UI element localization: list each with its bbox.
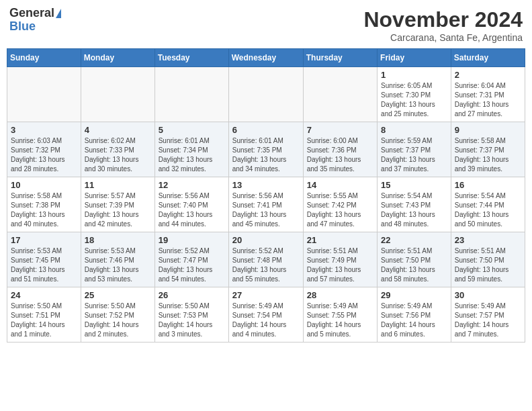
- day-info: Sunrise: 5:56 AM Sunset: 7:41 PM Dayligh…: [232, 191, 300, 229]
- calendar-week-row: 17Sunrise: 5:53 AM Sunset: 7:45 PM Dayli…: [7, 232, 525, 287]
- day-info: Sunrise: 5:54 AM Sunset: 7:44 PM Dayligh…: [455, 191, 521, 229]
- day-info: Sunrise: 5:53 AM Sunset: 7:46 PM Dayligh…: [85, 246, 151, 284]
- calendar-day-cell: [7, 67, 81, 122]
- calendar-day-cell: 23Sunrise: 5:51 AM Sunset: 7:50 PM Dayli…: [451, 232, 525, 287]
- day-number: 6: [232, 125, 300, 135]
- day-info: Sunrise: 5:58 AM Sunset: 7:37 PM Dayligh…: [455, 136, 521, 174]
- page-header: General Blue November 2024 Carcarana, Sa…: [7, 7, 525, 43]
- location: Carcarana, Santa Fe, Argentina: [363, 32, 523, 43]
- day-number: 15: [381, 180, 447, 190]
- day-number: 8: [381, 125, 447, 135]
- calendar-day-cell: 13Sunrise: 5:56 AM Sunset: 7:41 PM Dayli…: [228, 177, 303, 232]
- day-info: Sunrise: 5:54 AM Sunset: 7:43 PM Dayligh…: [381, 191, 447, 229]
- calendar-day-cell: 14Sunrise: 5:55 AM Sunset: 7:42 PM Dayli…: [303, 177, 377, 232]
- day-number: 19: [159, 235, 225, 245]
- calendar-day-cell: 20Sunrise: 5:52 AM Sunset: 7:48 PM Dayli…: [228, 232, 303, 287]
- calendar-day-cell: 4Sunrise: 6:02 AM Sunset: 7:33 PM Daylig…: [81, 122, 154, 177]
- calendar-day-cell: 10Sunrise: 5:58 AM Sunset: 7:38 PM Dayli…: [7, 177, 81, 232]
- calendar-day-cell: 5Sunrise: 6:01 AM Sunset: 7:34 PM Daylig…: [154, 122, 228, 177]
- day-info: Sunrise: 5:59 AM Sunset: 7:37 PM Dayligh…: [381, 136, 447, 174]
- logo: General Blue: [9, 7, 61, 34]
- day-info: Sunrise: 5:51 AM Sunset: 7:49 PM Dayligh…: [307, 246, 373, 284]
- calendar-day-cell: 7Sunrise: 6:00 AM Sunset: 7:36 PM Daylig…: [303, 122, 377, 177]
- day-info: Sunrise: 6:01 AM Sunset: 7:34 PM Dayligh…: [159, 136, 225, 174]
- calendar-day-cell: 28Sunrise: 5:49 AM Sunset: 7:55 PM Dayli…: [303, 287, 377, 342]
- calendar-day-cell: 27Sunrise: 5:49 AM Sunset: 7:54 PM Dayli…: [228, 287, 303, 342]
- title-section: November 2024 Carcarana, Santa Fe, Argen…: [363, 7, 523, 43]
- day-number: 17: [11, 235, 77, 245]
- day-number: 10: [11, 180, 77, 190]
- calendar-week-row: 10Sunrise: 5:58 AM Sunset: 7:38 PM Dayli…: [7, 177, 525, 232]
- day-number: 1: [381, 70, 447, 80]
- calendar-day-cell: 12Sunrise: 5:56 AM Sunset: 7:40 PM Dayli…: [154, 177, 228, 232]
- calendar-day-cell: 22Sunrise: 5:51 AM Sunset: 7:50 PM Dayli…: [378, 232, 451, 287]
- day-number: 18: [85, 235, 151, 245]
- calendar-header-friday: Friday: [378, 49, 451, 67]
- calendar-day-cell: 25Sunrise: 5:50 AM Sunset: 7:52 PM Dayli…: [81, 287, 154, 342]
- calendar-header-row: SundayMondayTuesdayWednesdayThursdayFrid…: [7, 49, 525, 67]
- calendar-day-cell: 1Sunrise: 6:05 AM Sunset: 7:30 PM Daylig…: [378, 67, 451, 122]
- day-number: 25: [85, 290, 151, 300]
- calendar-header-sunday: Sunday: [7, 49, 81, 67]
- calendar-day-cell: 17Sunrise: 5:53 AM Sunset: 7:45 PM Dayli…: [7, 232, 81, 287]
- day-number: 23: [455, 235, 521, 245]
- calendar-day-cell: 24Sunrise: 5:50 AM Sunset: 7:51 PM Dayli…: [7, 287, 81, 342]
- day-info: Sunrise: 5:50 AM Sunset: 7:53 PM Dayligh…: [159, 302, 225, 339]
- calendar-week-row: 1Sunrise: 6:05 AM Sunset: 7:30 PM Daylig…: [7, 67, 525, 122]
- day-number: 26: [159, 290, 225, 300]
- calendar-day-cell: 6Sunrise: 6:01 AM Sunset: 7:35 PM Daylig…: [228, 122, 303, 177]
- logo-triangle-icon: [56, 9, 61, 18]
- day-info: Sunrise: 5:50 AM Sunset: 7:51 PM Dayligh…: [11, 302, 77, 339]
- logo-blue-text: Blue: [9, 20, 36, 34]
- day-info: Sunrise: 6:03 AM Sunset: 7:32 PM Dayligh…: [11, 136, 77, 174]
- calendar-day-cell: [154, 67, 228, 122]
- calendar-header-saturday: Saturday: [451, 49, 525, 67]
- day-info: Sunrise: 5:58 AM Sunset: 7:38 PM Dayligh…: [11, 191, 77, 229]
- calendar-day-cell: [303, 67, 377, 122]
- logo-general-text: General: [9, 7, 54, 20]
- calendar-day-cell: 30Sunrise: 5:49 AM Sunset: 7:57 PM Dayli…: [451, 287, 525, 342]
- day-number: 27: [232, 290, 300, 300]
- day-number: 28: [307, 290, 373, 300]
- calendar-day-cell: 11Sunrise: 5:57 AM Sunset: 7:39 PM Dayli…: [81, 177, 154, 232]
- day-number: 21: [307, 235, 373, 245]
- day-info: Sunrise: 6:00 AM Sunset: 7:36 PM Dayligh…: [307, 136, 373, 174]
- day-info: Sunrise: 5:49 AM Sunset: 7:57 PM Dayligh…: [455, 302, 521, 339]
- day-number: 24: [11, 290, 77, 300]
- calendar-day-cell: 15Sunrise: 5:54 AM Sunset: 7:43 PM Dayli…: [378, 177, 451, 232]
- day-info: Sunrise: 6:05 AM Sunset: 7:30 PM Dayligh…: [381, 81, 447, 119]
- day-info: Sunrise: 5:50 AM Sunset: 7:52 PM Dayligh…: [85, 302, 151, 339]
- calendar-week-row: 3Sunrise: 6:03 AM Sunset: 7:32 PM Daylig…: [7, 122, 525, 177]
- day-info: Sunrise: 5:53 AM Sunset: 7:45 PM Dayligh…: [11, 246, 77, 284]
- calendar-day-cell: 26Sunrise: 5:50 AM Sunset: 7:53 PM Dayli…: [154, 287, 228, 342]
- day-number: 12: [159, 180, 225, 190]
- calendar-day-cell: 8Sunrise: 5:59 AM Sunset: 7:37 PM Daylig…: [378, 122, 451, 177]
- calendar-day-cell: 18Sunrise: 5:53 AM Sunset: 7:46 PM Dayli…: [81, 232, 154, 287]
- calendar-header-wednesday: Wednesday: [228, 49, 303, 67]
- calendar-header-monday: Monday: [81, 49, 154, 67]
- day-info: Sunrise: 5:55 AM Sunset: 7:42 PM Dayligh…: [307, 191, 373, 229]
- day-number: 5: [159, 125, 225, 135]
- day-info: Sunrise: 5:52 AM Sunset: 7:48 PM Dayligh…: [232, 246, 300, 284]
- day-number: 16: [455, 180, 521, 190]
- day-number: 29: [381, 290, 447, 300]
- day-info: Sunrise: 5:49 AM Sunset: 7:54 PM Dayligh…: [232, 302, 300, 339]
- calendar-day-cell: 19Sunrise: 5:52 AM Sunset: 7:47 PM Dayli…: [154, 232, 228, 287]
- calendar-header-thursday: Thursday: [303, 49, 377, 67]
- day-number: 14: [307, 180, 373, 190]
- calendar-day-cell: 21Sunrise: 5:51 AM Sunset: 7:49 PM Dayli…: [303, 232, 377, 287]
- day-info: Sunrise: 5:49 AM Sunset: 7:55 PM Dayligh…: [307, 302, 373, 339]
- day-number: 7: [307, 125, 373, 135]
- day-number: 3: [11, 125, 77, 135]
- day-info: Sunrise: 6:02 AM Sunset: 7:33 PM Dayligh…: [85, 136, 151, 174]
- day-info: Sunrise: 5:52 AM Sunset: 7:47 PM Dayligh…: [159, 246, 225, 284]
- day-info: Sunrise: 5:51 AM Sunset: 7:50 PM Dayligh…: [381, 246, 447, 284]
- calendar-header-tuesday: Tuesday: [154, 49, 228, 67]
- day-number: 4: [85, 125, 151, 135]
- day-number: 30: [455, 290, 521, 300]
- month-title: November 2024: [363, 7, 523, 32]
- calendar-day-cell: 9Sunrise: 5:58 AM Sunset: 7:37 PM Daylig…: [451, 122, 525, 177]
- calendar-day-cell: 2Sunrise: 6:04 AM Sunset: 7:31 PM Daylig…: [451, 67, 525, 122]
- day-number: 13: [232, 180, 300, 190]
- day-number: 11: [85, 180, 151, 190]
